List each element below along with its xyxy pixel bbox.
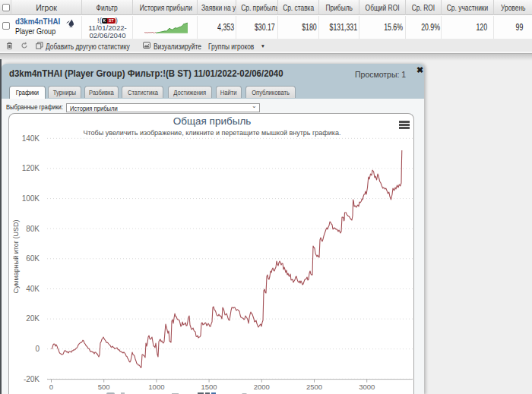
svg-text:20K: 20K [26, 314, 40, 323]
svg-text:-20K: -20K [24, 375, 40, 383]
svg-text:140K: 140K [22, 134, 40, 143]
svg-text:3000: 3000 [359, 383, 375, 391]
svg-text:2500: 2500 [306, 383, 322, 391]
svg-text:1000: 1000 [148, 383, 164, 391]
svg-text:0: 0 [35, 345, 40, 353]
svg-text:60K: 60K [26, 254, 40, 263]
svg-text:0: 0 [49, 383, 53, 391]
svg-text:100K: 100K [22, 194, 40, 203]
svg-text:80K: 80K [26, 225, 40, 233]
svg-text:40K: 40K [26, 285, 40, 293]
svg-text:1500: 1500 [201, 383, 217, 391]
svg-text:120K: 120K [22, 164, 40, 172]
svg-text:2000: 2000 [254, 383, 270, 391]
svg-text:500: 500 [98, 383, 110, 391]
